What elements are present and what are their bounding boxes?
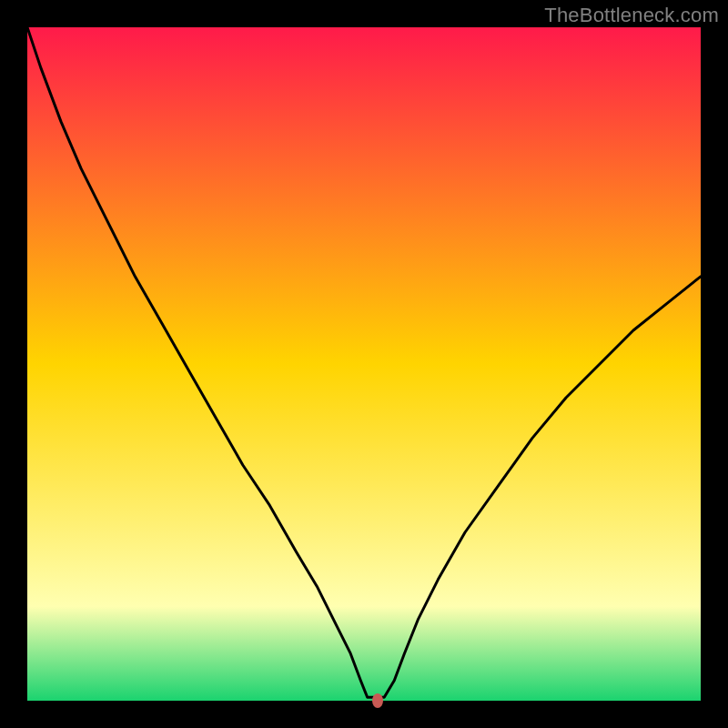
watermark-label: TheBottleneck.com bbox=[544, 4, 719, 27]
chart-frame: TheBottleneck.com bbox=[0, 0, 728, 728]
bottleneck-curve bbox=[27, 27, 701, 701]
notch-marker bbox=[372, 693, 383, 708]
plot-area bbox=[27, 27, 701, 701]
